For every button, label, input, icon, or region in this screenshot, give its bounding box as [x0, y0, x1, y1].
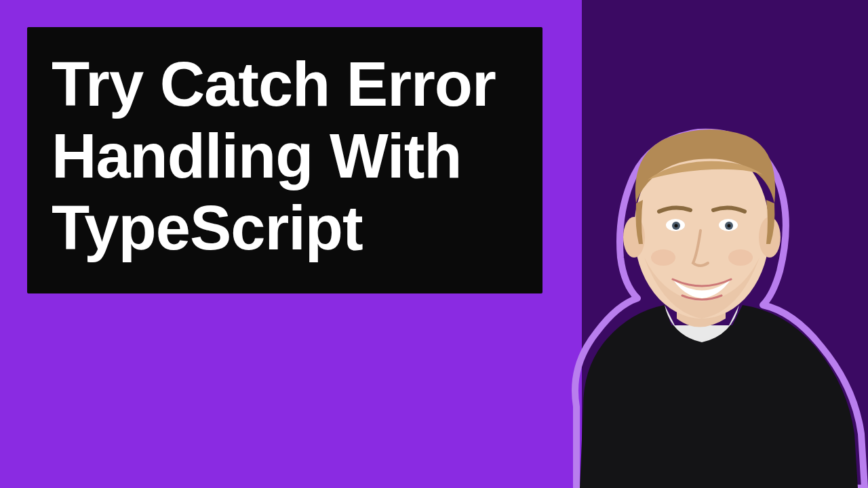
title-card: Try Catch Error Handling With TypeScript	[27, 27, 542, 293]
title-line-3: TypeScript	[52, 192, 518, 264]
title-line-2: Handling With	[52, 121, 518, 192]
title-text: Try Catch Error Handling With TypeScript	[52, 49, 518, 264]
svg-point-7	[675, 224, 678, 228]
svg-point-8	[728, 224, 731, 228]
svg-point-9	[651, 249, 675, 266]
title-line-1: Try Catch Error	[52, 49, 518, 121]
presenter-portrait	[495, 27, 868, 488]
svg-point-10	[728, 249, 753, 266]
